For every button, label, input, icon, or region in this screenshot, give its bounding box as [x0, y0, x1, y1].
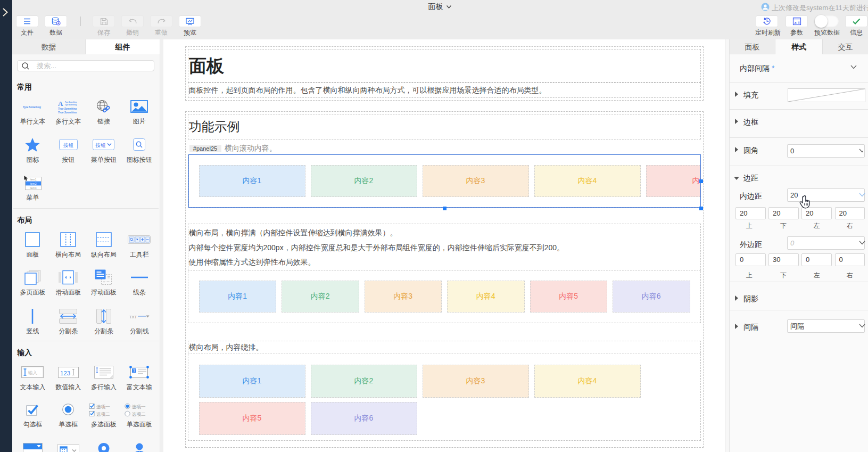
- svg-text:Item1: Item1: [30, 178, 37, 181]
- svg-text:选项二: 选项二: [96, 412, 110, 417]
- svg-text:A: A: [58, 100, 63, 108]
- svg-text:Type Something: Type Something: [58, 111, 77, 114]
- svg-text:选项一: 选项一: [131, 404, 146, 409]
- svg-text:TXT: TXT: [129, 314, 137, 319]
- svg-text:按钮: 按钮: [63, 142, 74, 148]
- svg-text:123: 123: [60, 369, 70, 376]
- svg-text:选项二: 选项二: [131, 412, 146, 417]
- svg-text:输入...: 输入...: [28, 370, 41, 375]
- svg-text:Item2: Item2: [30, 182, 37, 185]
- svg-text:按钮: 按钮: [95, 142, 106, 148]
- svg-text:Type Something: Type Something: [58, 107, 77, 110]
- svg-text:Type Something: Type Something: [65, 103, 77, 106]
- svg-text:Item3: Item3: [30, 186, 37, 190]
- svg-text:T: T: [133, 368, 136, 373]
- svg-text:选项一: 选项一: [96, 404, 110, 409]
- svg-text:x: x: [793, 20, 797, 25]
- svg-text:Type Something: Type Something: [23, 105, 41, 109]
